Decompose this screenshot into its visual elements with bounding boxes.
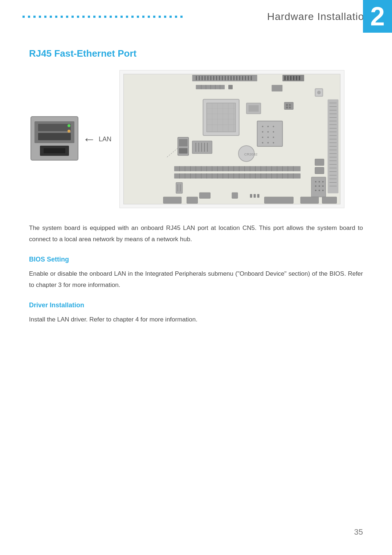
diagram-container: ← LAN (29, 70, 363, 208)
svg-rect-33 (290, 76, 291, 80)
svg-point-159 (315, 181, 317, 182)
description-text: The system board is equipped with an onb… (29, 223, 363, 245)
svg-rect-186 (315, 167, 324, 174)
svg-point-74 (262, 126, 264, 127)
svg-text:CR2032: CR2032 (244, 152, 258, 156)
svg-rect-22 (230, 76, 232, 80)
svg-rect-23 (233, 76, 234, 80)
lan-label: LAN (99, 135, 111, 143)
svg-rect-185 (315, 159, 324, 166)
svg-rect-14 (207, 76, 208, 80)
svg-rect-93 (271, 85, 282, 92)
svg-point-83 (262, 142, 264, 143)
svg-rect-15 (210, 76, 211, 80)
svg-point-81 (267, 137, 269, 138)
chapter-number-box: 2 (363, 0, 392, 33)
arrow-icon: ← (83, 131, 96, 147)
svg-rect-179 (179, 139, 188, 146)
svg-rect-172 (257, 194, 260, 198)
svg-point-84 (267, 142, 269, 143)
motherboard-diagram: CR2032 (119, 70, 344, 208)
svg-point-165 (315, 190, 317, 191)
svg-rect-174 (187, 197, 198, 203)
svg-rect-5 (44, 148, 65, 153)
svg-rect-73 (257, 121, 283, 146)
svg-point-6 (68, 124, 70, 127)
svg-point-164 (322, 185, 324, 187)
svg-rect-140 (192, 141, 212, 154)
svg-rect-12 (201, 76, 203, 80)
svg-point-85 (273, 142, 274, 143)
svg-rect-24 (236, 76, 237, 80)
svg-rect-27 (245, 76, 246, 80)
bios-setting-heading: BIOS Setting (29, 256, 363, 263)
svg-point-77 (262, 131, 264, 133)
svg-rect-17 (216, 76, 217, 80)
svg-rect-175 (265, 197, 294, 203)
page-number: 35 (354, 527, 363, 537)
svg-point-163 (319, 185, 320, 187)
lan-port-photo (29, 115, 80, 162)
svg-rect-21 (228, 76, 229, 80)
svg-rect-157 (249, 105, 259, 112)
svg-rect-18 (219, 76, 220, 80)
svg-rect-169 (232, 193, 238, 198)
svg-point-82 (273, 137, 274, 138)
svg-point-160 (319, 181, 320, 182)
svg-rect-29 (251, 76, 252, 80)
svg-rect-177 (322, 197, 337, 203)
chapter-number: 2 (370, 1, 385, 31)
bios-setting-text: Enable or disable the onboard LAN in the… (29, 268, 363, 291)
section-title: RJ45 Fast-Ethernet Port (29, 48, 363, 59)
svg-point-79 (273, 131, 274, 133)
svg-rect-3 (38, 133, 71, 140)
svg-rect-87 (228, 85, 233, 89)
svg-point-7 (68, 130, 70, 133)
svg-point-76 (273, 126, 274, 127)
svg-rect-11 (199, 76, 200, 80)
svg-rect-20 (225, 76, 226, 80)
svg-point-75 (267, 126, 269, 127)
driver-installation-heading: Driver Installation (29, 301, 363, 309)
svg-rect-146 (176, 182, 183, 193)
svg-point-167 (322, 190, 324, 191)
svg-point-78 (267, 131, 269, 133)
svg-rect-25 (239, 76, 240, 80)
svg-point-80 (262, 137, 264, 138)
svg-rect-154 (286, 106, 288, 108)
page-header: Hardware Installation 2 (22, 0, 370, 30)
svg-rect-36 (299, 76, 300, 80)
svg-rect-171 (254, 194, 256, 198)
svg-rect-32 (287, 76, 289, 80)
svg-rect-8 (124, 74, 340, 204)
svg-rect-31 (284, 76, 286, 80)
svg-rect-173 (163, 197, 181, 203)
svg-rect-152 (286, 104, 288, 106)
svg-rect-170 (250, 194, 252, 198)
svg-rect-34 (293, 76, 294, 80)
svg-rect-180 (179, 148, 188, 154)
svg-rect-26 (242, 76, 243, 80)
svg-rect-158 (311, 177, 326, 197)
svg-rect-176 (301, 197, 319, 203)
svg-rect-155 (289, 106, 291, 108)
chapter-title: Hardware Installation (267, 11, 370, 23)
header-dots (22, 16, 260, 18)
svg-rect-13 (204, 76, 205, 80)
svg-point-161 (322, 181, 324, 182)
page-content: RJ45 Fast-Ethernet Port (0, 30, 392, 358)
svg-rect-117 (174, 174, 301, 179)
svg-rect-2 (38, 124, 71, 131)
dot-line (22, 16, 183, 18)
svg-rect-151 (284, 102, 293, 110)
svg-rect-153 (289, 104, 291, 106)
svg-rect-86 (196, 85, 225, 89)
svg-rect-16 (213, 76, 214, 80)
svg-rect-19 (222, 76, 223, 80)
svg-point-166 (319, 190, 320, 191)
svg-point-162 (315, 185, 317, 187)
svg-rect-35 (296, 76, 297, 80)
svg-point-184 (317, 91, 321, 94)
svg-rect-28 (248, 76, 249, 80)
svg-rect-168 (199, 193, 210, 198)
